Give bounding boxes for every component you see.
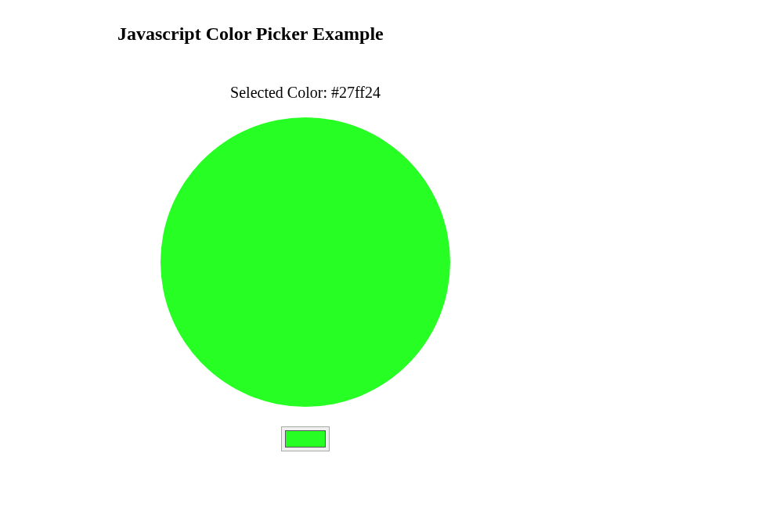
color-picker-panel: Selected Color: #27ff24 bbox=[149, 84, 462, 451]
selected-color-label-prefix: Selected Color: bbox=[230, 84, 331, 101]
selected-color-label: Selected Color: #27ff24 bbox=[230, 84, 381, 102]
color-preview-circle bbox=[161, 117, 450, 407]
color-input[interactable] bbox=[281, 426, 330, 451]
color-input-swatch bbox=[285, 430, 326, 448]
page-title: Javascript Color Picker Example bbox=[117, 23, 666, 45]
selected-color-value: #27ff24 bbox=[331, 84, 381, 101]
